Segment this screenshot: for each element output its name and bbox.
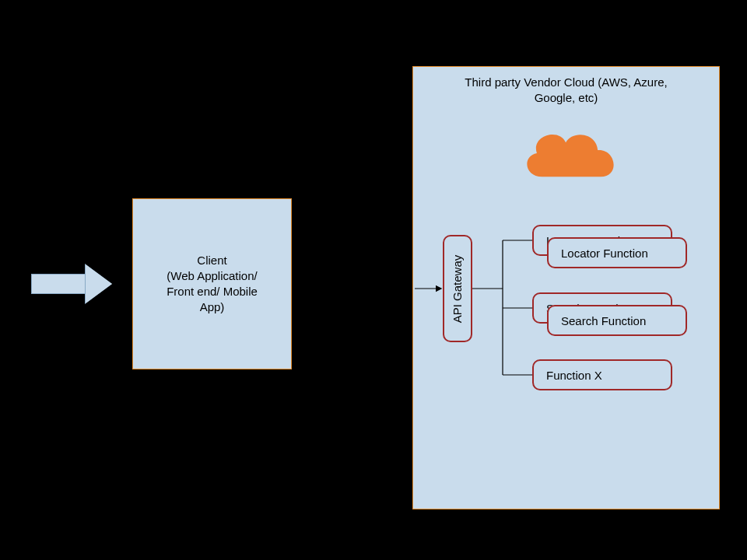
- client-label: Client (Web Application/ Front end/ Mobi…: [167, 253, 258, 316]
- client-box: Client (Web Application/ Front end/ Mobi…: [132, 198, 292, 369]
- locator-function-front: Locator Function: [547, 237, 687, 268]
- entry-arrow: [31, 264, 117, 303]
- entry-arrow-head: [86, 264, 112, 303]
- entry-arrow-shaft: [31, 274, 87, 294]
- client-label-line3: Front end/ Mobile: [167, 285, 258, 298]
- client-label-line4: App): [200, 300, 225, 313]
- function-x-box: Function X: [532, 359, 672, 390]
- locator-front-label: Locator Function: [561, 247, 648, 260]
- api-gateway-box: API Gateway: [443, 235, 472, 342]
- cloud-title: Third party Vendor Cloud (AWS, Azure, Go…: [413, 75, 719, 105]
- cloud-title-line1: Third party Vendor Cloud (AWS, Azure,: [465, 75, 667, 89]
- search-front-label: Search Function: [561, 314, 646, 327]
- cloud-icon: [514, 120, 623, 188]
- client-label-line2: (Web Application/: [167, 269, 257, 282]
- client-label-line1: Client: [197, 254, 226, 267]
- vendor-cloud-container: Third party Vendor Cloud (AWS, Azure, Go…: [412, 66, 720, 509]
- function-x-label: Function X: [546, 369, 602, 382]
- diagram-canvas: Client (Web Application/ Front end/ Mobi…: [0, 0, 747, 560]
- api-gateway-label: API Gateway: [451, 254, 465, 323]
- cloud-title-line2: Google, etc): [535, 91, 598, 104]
- search-function-front: Search Function: [547, 305, 687, 336]
